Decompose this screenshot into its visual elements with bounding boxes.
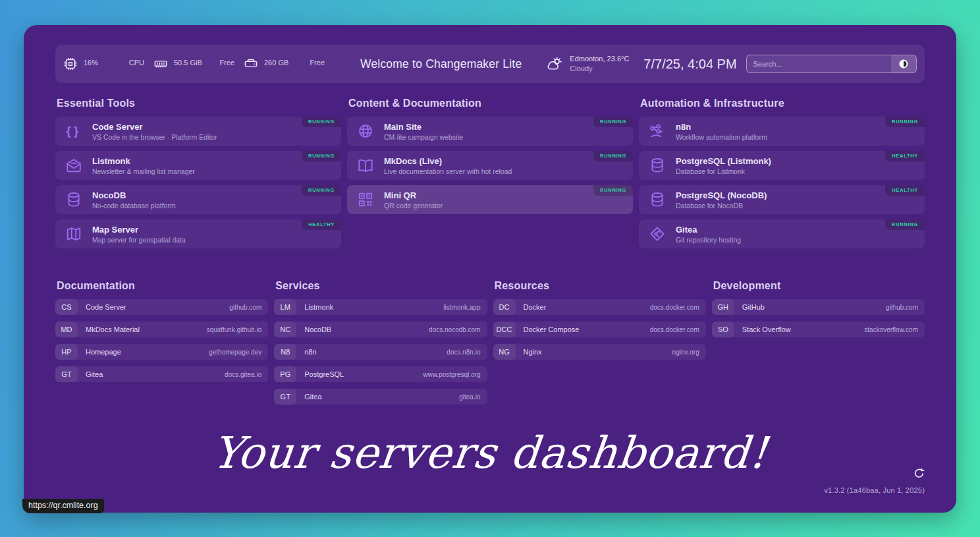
bookmark-name: Homepage	[86, 348, 121, 356]
qr-icon	[356, 191, 375, 208]
bookmark-rows: CS Code Server github.com MD MkDocs Mate…	[55, 299, 268, 382]
service-description: Newsletter & mailing list manager	[92, 167, 195, 175]
service-card[interactable]: n8n Workflow automation platform RUNNING	[639, 117, 925, 146]
search-input[interactable]	[747, 60, 891, 68]
bookmark-name: Nginx	[524, 348, 542, 356]
memory-label: Free	[219, 59, 234, 67]
bookmark-name: PostgreSQL	[304, 370, 344, 378]
bookmark-url: github.com	[229, 304, 268, 311]
service-card[interactable]: Listmonk Newsletter & mailing list manag…	[55, 151, 341, 180]
bookmark-name: MkDocs Material	[86, 325, 140, 333]
bookmark-url: docs.docker.com	[650, 326, 706, 333]
service-description: Git repository hosting	[676, 236, 741, 244]
bookmark-abbr: GT	[55, 366, 78, 382]
bookmark-name: GitHub	[742, 303, 765, 311]
bookmark-name: Gitea	[86, 370, 103, 378]
service-name: Listmonk	[92, 156, 195, 166]
header-bar: 16% CPU 50.5 GiB Free	[55, 45, 925, 83]
bookmark-row[interactable]: N8 n8n docs.n8n.io	[274, 344, 487, 360]
status-badge: HEALTHY	[302, 219, 341, 230]
bookmark-abbr: MD	[55, 322, 78, 337]
service-description: Database for Listmonk	[676, 167, 771, 175]
service-description: Workflow automation platform	[676, 133, 767, 141]
bookmark-name: NocoDB	[304, 325, 331, 333]
footer-right: v1.3.2 (1a46baa, Jun 1, 2025)	[824, 468, 925, 494]
service-card[interactable]: MkDocs (Live) Live documentation server …	[347, 151, 633, 180]
bookmark-rows: GH GitHub github.com SO Stack Overflow s…	[712, 299, 925, 337]
memory-value: 50.5 GiB	[174, 59, 202, 67]
page-title: Welcome to Changemaker Lite	[360, 57, 522, 71]
service-description: VS Code in the browser - Platform Editor	[92, 133, 217, 141]
service-card[interactable]: PostgreSQL (NocoDB) Database for NocoDB …	[639, 185, 925, 214]
weather-condition: Cloudy	[570, 65, 592, 72]
service-card[interactable]: NocoDB No-code database platform RUNNING	[55, 185, 341, 214]
bookmark-row[interactable]: PG PostgreSQL www.postgresql.org	[274, 366, 487, 382]
service-card[interactable]: Mini QR QR code generator RUNNING	[347, 185, 633, 214]
service-name: MkDocs (Live)	[384, 156, 512, 166]
bookmark-row[interactable]: DCC Docker Compose docs.docker.com	[493, 322, 706, 337]
bookmark-rows: LM Listmonk listmonk.app NC NocoDB docs.…	[274, 299, 487, 405]
bookmark-row[interactable]: SO Stack Overflow stackoverflow.com	[712, 322, 925, 337]
service-description: Live documentation server with hot reloa…	[384, 167, 512, 175]
status-badge: HEALTHY	[885, 185, 925, 196]
bookmark-abbr: GT	[274, 389, 296, 405]
bookmark-abbr: HP	[55, 344, 78, 360]
status-badge: RUNNING	[302, 151, 341, 161]
disk-icon	[244, 57, 258, 71]
service-name: PostgreSQL (Listmonk)	[676, 156, 771, 166]
search-button[interactable]	[891, 55, 916, 72]
service-group: Automation & Infrastructure n8n Workflow…	[639, 98, 925, 248]
refresh-button[interactable]	[913, 468, 925, 479]
bookmark-row[interactable]: GT Gitea gitea.io	[274, 389, 487, 405]
bookmark-name: n8n	[304, 348, 316, 356]
bookmark-group-title: Development	[713, 280, 925, 292]
bookmark-url: gethomepage.dev	[209, 349, 268, 356]
bookmark-row[interactable]: MD MkDocs Material squidfunk.github.io	[55, 322, 268, 337]
service-card[interactable]: Main Site CM-lite campaign website RUNNI…	[347, 117, 633, 146]
bookmark-abbr: PG	[274, 366, 296, 382]
status-badge: RUNNING	[885, 117, 925, 127]
bookmark-name: Listmonk	[304, 303, 333, 311]
mail-icon	[65, 157, 83, 174]
bookmark-row[interactable]: GH GitHub github.com	[712, 299, 925, 315]
braces-icon: {}	[65, 123, 83, 140]
cpu-icon	[63, 57, 78, 71]
service-card[interactable]: Map Server Map server for geospatial dat…	[55, 219, 341, 248]
services-grid: Essential Tools {} Code Server VS Code i…	[55, 98, 925, 248]
bookmark-row[interactable]: NC NocoDB docs.nocodb.com	[274, 322, 487, 337]
bookmark-row[interactable]: CS Code Server github.com	[55, 299, 268, 315]
link-preview-tooltip: https://qr.cmlite.org	[22, 499, 104, 513]
disk-widget: 260 GB Free	[244, 57, 325, 71]
bookmark-url: docs.nocodb.com	[429, 326, 487, 333]
bookmark-url: github.com	[886, 304, 925, 311]
service-name: Main Site	[384, 122, 463, 132]
bookmark-abbr: GH	[712, 299, 734, 315]
bookmark-url: squidfunk.github.io	[207, 326, 268, 333]
bookmark-row[interactable]: HP Homepage gethomepage.dev	[55, 344, 268, 360]
bookmark-row[interactable]: DC Docker docs.docker.com	[493, 299, 706, 315]
memory-icon	[153, 57, 168, 71]
bookmark-url: docs.n8n.io	[447, 349, 487, 356]
bookmark-row[interactable]: LM Listmonk listmonk.app	[274, 299, 487, 315]
service-group-title: Content & Documentation	[348, 98, 633, 109]
service-card[interactable]: PostgreSQL (Listmonk) Database for Listm…	[639, 151, 925, 180]
status-badge: RUNNING	[593, 185, 633, 196]
bookmark-row[interactable]: GT Gitea docs.gitea.io	[55, 366, 268, 382]
service-name: PostgreSQL (NocoDB)	[676, 190, 767, 200]
bookmark-name: Docker	[524, 303, 547, 311]
service-card[interactable]: Gitea Git repository hosting RUNNING	[639, 219, 925, 248]
bookmark-abbr: NG	[493, 344, 516, 360]
weather-location-temp: Edmonton, 23.6°C	[570, 55, 629, 63]
database-icon	[648, 191, 667, 208]
service-card[interactable]: {} Code Server VS Code in the browser - …	[55, 117, 341, 146]
bookmark-abbr: DCC	[493, 322, 516, 337]
status-badge: RUNNING	[302, 117, 341, 127]
bookmark-row[interactable]: NG Nginx nginx.org	[493, 344, 706, 360]
bookmark-group: Development GH GitHub github.com SO Stac…	[712, 280, 925, 337]
service-name: n8n	[676, 122, 767, 132]
bookmark-url: gitea.io	[459, 393, 487, 401]
database-icon	[65, 191, 83, 208]
bookmark-group: Services LM Listmonk listmonk.app NC Noc…	[274, 280, 487, 405]
cpu-widget: 16% CPU	[63, 57, 144, 71]
cpu-value: 16%	[84, 59, 98, 67]
